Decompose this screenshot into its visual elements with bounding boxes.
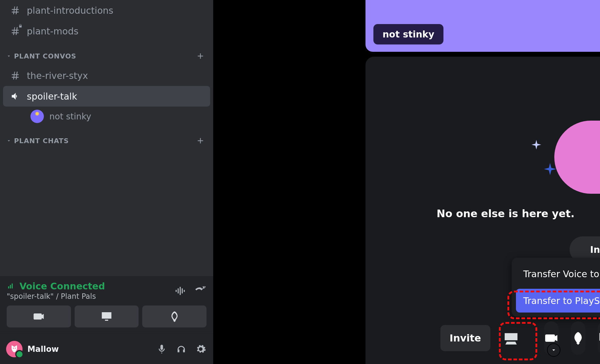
settings-button[interactable] xyxy=(194,343,207,355)
button-label: Invite xyxy=(450,332,481,344)
self-avatar-icon[interactable] xyxy=(6,341,23,357)
self-username[interactable]: Mallow xyxy=(27,345,150,354)
chevron-down-icon xyxy=(6,53,12,59)
voice-status-channel: "spoiler-talk" / Plant Pals xyxy=(7,292,105,301)
channel-spoiler-talk[interactable]: spoiler-talk xyxy=(3,86,210,107)
speaker-icon xyxy=(9,90,21,102)
hash-icon xyxy=(9,69,21,82)
empty-call-area: No one else is here yet. In xyxy=(365,57,600,364)
console-transfer-button[interactable] xyxy=(503,324,520,352)
mute-mic-button[interactable] xyxy=(155,343,168,355)
invite-button[interactable]: Invite xyxy=(440,325,490,351)
disconnect-icon[interactable] xyxy=(194,284,206,297)
channel-label: spoiler-talk xyxy=(27,91,77,102)
pill-label: In xyxy=(590,244,600,255)
channel-plant-mods[interactable]: plant-mods xyxy=(3,21,210,41)
category-label: PLANT CHATS xyxy=(14,137,69,145)
self-name-badge: not stinky xyxy=(373,24,443,44)
sparkle-icon xyxy=(531,139,542,150)
add-channel-button[interactable] xyxy=(195,51,206,62)
channel-label: plant-introductions xyxy=(27,5,113,16)
channel-label: plant-mods xyxy=(27,26,79,37)
camera-toggle-button[interactable] xyxy=(544,321,559,355)
chevron-down-icon[interactable] xyxy=(547,343,560,357)
illustration-face xyxy=(554,121,600,194)
screenshare-round-button[interactable] xyxy=(598,321,600,355)
category-label: PLANT CONVOS xyxy=(14,52,76,60)
transfer-voice-menu: Transfer Voice to Xbox Transfer to PlayS… xyxy=(512,258,600,317)
channel-sidebar: plant-introductions plant-mods PLANT CON… xyxy=(0,0,213,364)
svg-point-1 xyxy=(15,348,16,349)
transfer-playstation-button[interactable]: Transfer to PlayStation xyxy=(516,289,600,313)
channel-label: the-river-styx xyxy=(27,70,88,81)
call-controls-row: Invite xyxy=(439,318,600,358)
signal-icon xyxy=(7,282,15,291)
deafen-button[interactable] xyxy=(175,343,188,355)
sparkle-icon xyxy=(543,162,557,176)
voice-user-not-stinky[interactable]: not stinky xyxy=(3,107,210,126)
voice-action-row xyxy=(7,301,206,334)
hash-icon xyxy=(9,4,21,16)
channel-list: plant-introductions plant-mods PLANT CON… xyxy=(0,0,213,276)
add-channel-button[interactable] xyxy=(195,135,206,146)
menu-label: Transfer to PlayStation xyxy=(523,295,600,306)
transfer-xbox-button[interactable]: Transfer Voice to Xbox xyxy=(516,262,600,286)
app-root: plant-introductions plant-mods PLANT CON… xyxy=(0,0,600,364)
self-video-tile[interactable]: not stinky xyxy=(365,0,600,52)
voice-call-area: not stinky No one else is here yet. In T… xyxy=(213,0,600,364)
category-plant-chats[interactable]: PLANT CHATS xyxy=(3,126,210,150)
voice-status-title[interactable]: Voice Connected xyxy=(7,281,105,292)
empty-state-text: No one else is here yet. xyxy=(411,207,600,220)
user-avatar-icon xyxy=(30,110,44,123)
chevron-down-icon xyxy=(6,138,12,143)
voice-user-label: not stinky xyxy=(49,111,91,122)
voice-status-text: Voice Connected xyxy=(19,281,105,292)
voice-status-panel: Voice Connected "spoiler-talk" / Plant P… xyxy=(0,276,213,334)
activities-round-button[interactable] xyxy=(571,321,585,355)
noise-suppression-icon[interactable] xyxy=(174,285,186,297)
svg-point-0 xyxy=(13,348,14,349)
user-panel: Mallow xyxy=(0,334,213,364)
activities-button[interactable] xyxy=(142,306,206,327)
menu-label: Transfer Voice to Xbox xyxy=(523,269,600,279)
video-button[interactable] xyxy=(7,306,71,327)
category-plant-convos[interactable]: PLANT CONVOS xyxy=(3,41,210,65)
screenshare-button[interactable] xyxy=(75,306,139,327)
hash-lock-icon xyxy=(9,25,21,37)
channel-plant-introductions[interactable]: plant-introductions xyxy=(3,0,210,21)
channel-the-river-styx[interactable]: the-river-styx xyxy=(3,65,210,86)
